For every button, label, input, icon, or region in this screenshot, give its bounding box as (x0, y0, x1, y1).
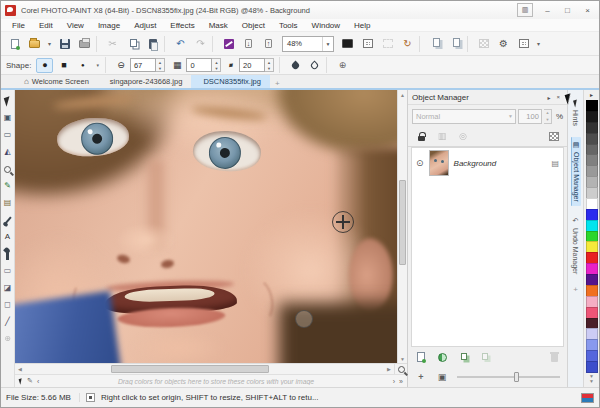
menu-item[interactable]: View (60, 19, 91, 32)
export-up-button[interactable]: ↑ (259, 34, 278, 53)
open-dropdown[interactable]: ▾ (45, 34, 54, 53)
menu-item[interactable]: Effects (163, 19, 201, 32)
clone-target-cursor[interactable] (332, 211, 354, 233)
docker-tab-undo-manager[interactable]: ↶Undo Manager (571, 213, 580, 278)
horizontal-scrollbar[interactable]: ◀ ▶ (15, 363, 407, 374)
paint-tool[interactable]: ✎ (1, 178, 14, 194)
separator[interactable] (212, 36, 217, 52)
cut-button[interactable]: ✂ (103, 34, 122, 53)
export-down-button[interactable]: ↓ (239, 34, 258, 53)
text-tool[interactable]: A (1, 229, 14, 245)
transparency-spinner[interactable]: ▲▼ (212, 58, 221, 72)
palette-scroll-end-icon[interactable]: » (399, 378, 403, 385)
image-palette-bar[interactable]: ✎ ‹ Drag colors for objects here to stor… (15, 374, 407, 387)
redo-button[interactable]: ↷ (191, 34, 210, 53)
menu-item[interactable]: Help (347, 19, 377, 32)
docker-tab-object-manager[interactable]: ▤Object Manager (571, 137, 581, 206)
photo-canvas[interactable] (15, 90, 397, 363)
custom-nib-button[interactable]: ● (74, 58, 91, 73)
separator[interactable] (164, 36, 169, 52)
palette-scroll-left-icon[interactable]: ‹ (37, 378, 39, 385)
new-lens-button[interactable] (433, 349, 451, 365)
menu-item[interactable]: Tools (272, 19, 305, 32)
zoom-combo-dropdown-icon[interactable]: ▼ (322, 37, 333, 51)
dockers-dropdown[interactable]: ▾ (534, 34, 543, 53)
vertical-scrollbar[interactable]: ▲ ▼ (397, 90, 407, 363)
docker-flyout-icon[interactable]: ▸ (544, 94, 553, 101)
zoom-level-combo[interactable]: 48% ▼ (282, 36, 334, 52)
nib-size-input[interactable]: 67 (130, 58, 156, 72)
maximize-button[interactable]: □ (558, 3, 577, 17)
touch-mode-icon[interactable]: ▥ (517, 3, 533, 17)
effect-tool[interactable] (1, 246, 14, 262)
mask-transform-tool[interactable]: ▣ (1, 110, 14, 126)
print-button[interactable] (75, 34, 94, 53)
resample-button[interactable] (474, 34, 493, 53)
eyedropper-tool[interactable] (1, 212, 14, 228)
opacity-input[interactable]: 100 (518, 109, 542, 124)
round-nib-button[interactable]: ● (36, 58, 53, 73)
menu-item[interactable]: Image (91, 19, 127, 32)
shape-tool[interactable]: ◻ (1, 297, 14, 313)
show-hide-checker-button[interactable] (545, 129, 563, 145)
rectangle-tool[interactable]: ▭ (1, 263, 14, 279)
menu-item[interactable]: File (5, 19, 32, 32)
lock-transparency-button[interactable] (412, 129, 430, 145)
horizontal-scroll-thumb[interactable] (111, 365, 269, 373)
new-tab-icon[interactable]: + (270, 79, 285, 88)
save-button[interactable] (55, 34, 74, 53)
flip-horizontal-button[interactable] (426, 34, 445, 53)
clone-point-button[interactable]: ⊕ (334, 58, 351, 73)
duplicate-object-button[interactable] (454, 349, 472, 365)
layer-edit-icon[interactable]: ▤ (551, 159, 559, 168)
separator[interactable] (96, 36, 101, 52)
palette-scroll-down-icon[interactable]: ▼▼ (589, 372, 594, 386)
show-mask-marquee-button[interactable] (358, 34, 377, 53)
zoom-tool[interactable] (1, 161, 14, 177)
vertical-scroll-thumb[interactable] (399, 180, 406, 265)
lock-position-button[interactable]: ▥ (433, 129, 451, 145)
menu-item[interactable]: Mask (202, 19, 235, 32)
separator[interactable] (467, 36, 472, 52)
nib-size-spinner[interactable]: ▲▼ (156, 58, 165, 72)
transparency-input[interactable]: 0 (186, 58, 212, 72)
new-object-button[interactable] (412, 349, 430, 365)
show-object-marquee-button[interactable] (378, 34, 397, 53)
menu-item[interactable]: Edit (32, 19, 60, 32)
docker-tab-hints[interactable]: Hints (571, 96, 580, 130)
tab-welcome-screen[interactable]: ⌂Welcome Screen (15, 75, 98, 88)
separator[interactable] (419, 36, 424, 52)
scroll-left-icon[interactable]: ◀ (15, 366, 25, 372)
rotate-button[interactable]: ↻ (398, 34, 417, 53)
scroll-down-icon[interactable]: ▼ (400, 354, 405, 363)
thumbnail-size-slider[interactable] (457, 370, 560, 384)
minimize-button[interactable]: – (538, 3, 557, 17)
object-transparency-tool[interactable]: ⊕ (1, 331, 14, 347)
palette-scroll-right-icon[interactable]: › (393, 378, 395, 385)
thumbnail-view-button[interactable]: ▣ (433, 369, 451, 385)
add-docker-icon[interactable]: + (573, 285, 578, 294)
new-image-button[interactable] (5, 34, 24, 53)
docker-close-icon[interactable]: × (553, 94, 563, 100)
dockers-button[interactable] (514, 34, 533, 53)
layer-thumbnail[interactable] (429, 150, 449, 176)
object-pick-button[interactable]: + (412, 369, 430, 385)
magic-wand-mask-tool[interactable]: ◭ (1, 144, 14, 160)
copy-button[interactable] (123, 34, 142, 53)
menu-item[interactable]: Adjust (127, 19, 163, 32)
import-button[interactable] (219, 34, 238, 53)
clone-source-marker[interactable] (295, 310, 313, 328)
full-screen-preview-button[interactable] (338, 34, 357, 53)
undo-button[interactable]: ↶ (171, 34, 190, 53)
feather-spinner[interactable]: ▲▼ (265, 58, 274, 72)
options-button[interactable]: ⚙ (494, 34, 513, 53)
paint-color-indicator[interactable] (581, 393, 594, 403)
delete-object-button[interactable] (545, 349, 563, 365)
scroll-up-icon[interactable]: ▲ (400, 90, 405, 99)
close-button[interactable]: × (578, 3, 597, 17)
layer-visibility-icon[interactable]: ⊙ (416, 158, 424, 168)
tab-dscn8355fix[interactable]: DSCN8355fix.jpg (191, 75, 270, 88)
menu-item[interactable]: Object (235, 19, 272, 32)
combine-objects-button[interactable] (475, 349, 493, 365)
eyedropper-small-icon[interactable]: ✎ (27, 377, 33, 385)
